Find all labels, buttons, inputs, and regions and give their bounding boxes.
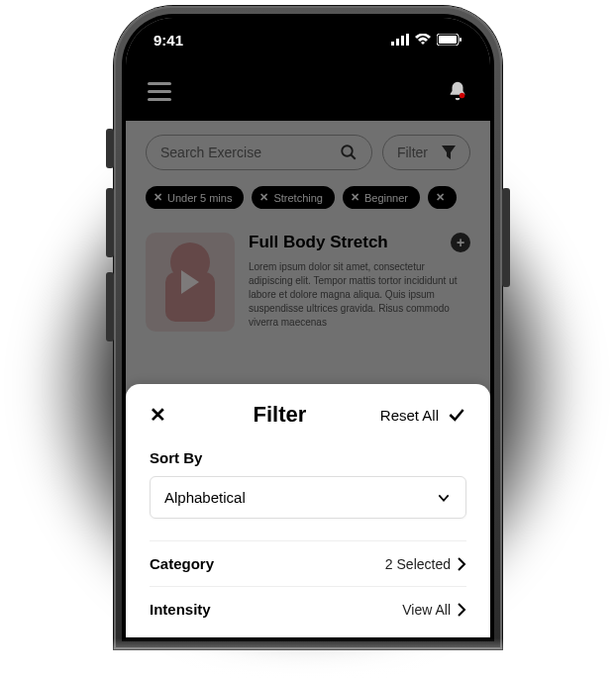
reset-all-button[interactable]: Reset All [380, 405, 466, 425]
battery-icon [437, 34, 462, 46]
status-time: 9:41 [154, 32, 183, 48]
wifi-icon [415, 34, 431, 46]
svg-rect-5 [439, 36, 457, 44]
row-value: 2 Selected [385, 556, 451, 572]
svg-rect-6 [460, 38, 462, 42]
reset-label: Reset All [380, 407, 439, 424]
sort-by-label: Sort By [150, 449, 466, 466]
sheet-title: Filter [179, 402, 380, 428]
phone-frame: 9:41 [114, 6, 502, 649]
menu-icon[interactable] [148, 82, 171, 101]
close-icon[interactable]: ✕ [150, 403, 179, 427]
filter-sheet: ✕ Filter Reset All Sort By Alphabetical [126, 384, 490, 637]
sort-value: Alphabetical [164, 489, 246, 506]
svg-rect-3 [406, 34, 409, 46]
row-label: Intensity [150, 601, 211, 618]
chevron-down-icon [436, 490, 452, 506]
signal-icon [391, 34, 409, 46]
sort-select[interactable]: Alphabetical [150, 476, 466, 519]
svg-rect-2 [401, 36, 404, 46]
row-value: View All [402, 602, 451, 618]
app-header [126, 61, 490, 121]
category-row[interactable]: Category 2 Selected [150, 540, 466, 586]
chevron-right-icon [457, 557, 466, 571]
check-icon [447, 405, 466, 425]
status-bar: 9:41 [126, 18, 490, 61]
svg-rect-1 [396, 39, 399, 46]
notification-icon[interactable] [447, 80, 468, 102]
svg-point-7 [460, 93, 465, 99]
app-screen: 9:41 [126, 18, 490, 637]
row-label: Category [150, 555, 214, 572]
svg-rect-0 [391, 42, 394, 46]
intensity-row[interactable]: Intensity View All [150, 586, 466, 631]
chevron-right-icon [457, 603, 466, 617]
